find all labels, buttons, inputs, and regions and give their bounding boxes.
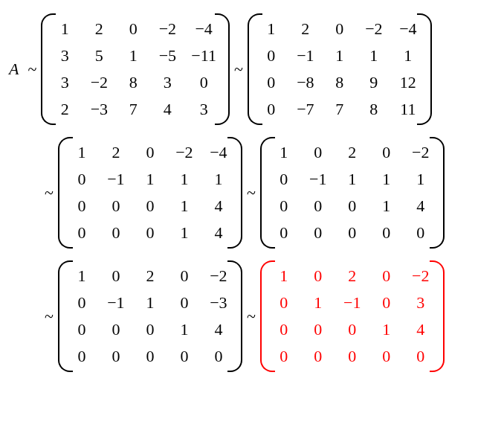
cell-r3-c1: 0	[308, 348, 329, 365]
cell-r1-c0: 0	[71, 171, 92, 188]
matrix-M1: 120−2−4351−5−113−28302−3743	[41, 13, 230, 125]
cell-r2-c4: 4	[208, 198, 229, 214]
equation-line-0: A~120−2−4351−5−113−28302−3743~120−2−40−1…	[9, 13, 495, 125]
left-paren	[260, 137, 268, 249]
cell-r3-c2: 7	[123, 101, 143, 118]
cell-r0-c0: 1	[71, 268, 92, 284]
cell-r1-c2: 1	[140, 171, 161, 188]
cell-r2-c0: 0	[261, 74, 282, 91]
cell-r3-c2: 0	[342, 225, 363, 241]
cell-r2-c1: −2	[88, 74, 109, 91]
cell-r2-c1: 0	[308, 321, 329, 338]
cell-r2-c2: 0	[140, 321, 161, 338]
left-paren	[260, 260, 268, 372]
cell-r3-c0: 0	[274, 225, 294, 241]
cell-r2-c0: 0	[274, 321, 294, 338]
cell-r1-c2: 1	[123, 48, 143, 64]
cell-r0-c4: −4	[191, 21, 216, 37]
tilde-operator: ~	[247, 308, 256, 324]
cell-r3-c1: −7	[295, 101, 316, 118]
cell-r2-c2: 0	[342, 198, 363, 214]
cell-r0-c3: −2	[364, 21, 384, 37]
cell-r1-c4: −11	[191, 48, 216, 64]
cell-r2-c3: 3	[157, 74, 178, 91]
cell-r3-c4: 11	[398, 101, 419, 118]
right-paren	[235, 137, 242, 249]
cell-r1-c3: 1	[376, 171, 397, 188]
cell-r1-c3: −5	[157, 48, 178, 64]
right-paren	[222, 13, 230, 125]
matrix-grid: 120−2−4351−5−113−28302−3743	[48, 13, 222, 125]
cell-r0-c1: 2	[88, 21, 109, 37]
cell-r0-c0: 1	[261, 21, 282, 37]
cell-r0-c2: 2	[140, 268, 161, 284]
cell-r3-c4: 4	[208, 225, 229, 241]
tilde-operator: ~	[247, 185, 256, 201]
cell-r2-c1: 0	[106, 321, 126, 338]
cell-r2-c3: 1	[174, 321, 195, 338]
cell-r2-c4: 12	[398, 74, 419, 91]
cell-r1-c1: −1	[106, 295, 126, 311]
right-paren	[437, 260, 445, 372]
cell-r2-c0: 3	[54, 74, 75, 91]
matrix-grid: 120−2−40−11110001400014	[65, 137, 235, 249]
cell-r0-c3: −2	[157, 21, 178, 37]
tilde-operator: ~	[234, 61, 243, 77]
left-paren	[58, 260, 65, 372]
cell-r0-c0: 1	[274, 144, 294, 161]
cell-r3-c2: 0	[140, 348, 161, 365]
cell-r0-c1: 0	[308, 268, 329, 284]
equation-block: A~120−2−4351−5−113−28302−3743~120−2−40−1…	[9, 13, 495, 372]
cell-r2-c2: 0	[342, 321, 363, 338]
matrix-M6: 1020−201−1030001400000	[260, 260, 445, 372]
cell-r1-c4: −3	[208, 295, 229, 311]
cell-r1-c2: 1	[329, 48, 350, 64]
matrix-M2: 120−2−40−11110−889120−77811	[248, 13, 432, 125]
cell-r2-c0: 0	[71, 321, 92, 338]
cell-r0-c4: −2	[410, 268, 431, 284]
cell-r1-c1: 5	[88, 48, 109, 64]
cell-r2-c4: 0	[191, 74, 216, 91]
cell-r0-c1: 0	[308, 144, 329, 161]
cell-r3-c4: 0	[208, 348, 229, 365]
cell-r0-c4: −2	[208, 268, 229, 284]
cell-r3-c0: 0	[261, 101, 282, 118]
cell-r2-c2: 0	[140, 198, 161, 214]
cell-r2-c4: 4	[208, 321, 229, 338]
tilde-operator: ~	[28, 61, 36, 77]
cell-r1-c4: 1	[410, 171, 431, 188]
cell-r3-c4: 0	[410, 225, 431, 241]
cell-r3-c0: 2	[54, 101, 75, 118]
cell-r3-c1: −3	[88, 101, 109, 118]
cell-r3-c1: 0	[106, 225, 126, 241]
matrix-grid: 1020−201−1030001400000	[268, 260, 437, 372]
cell-r2-c3: 1	[376, 321, 397, 338]
matrix-grid: 1020−20−11110001400000	[268, 137, 437, 249]
tilde-operator: ~	[45, 308, 54, 324]
cell-r1-c2: 1	[342, 171, 363, 188]
cell-r1-c0: 0	[71, 295, 92, 311]
cell-r3-c4: 3	[191, 101, 216, 118]
cell-r2-c1: 0	[308, 198, 329, 214]
cell-r1-c4: 1	[208, 171, 229, 188]
cell-r0-c0: 1	[54, 21, 75, 37]
cell-r3-c0: 0	[274, 348, 294, 365]
cell-r3-c2: 0	[140, 225, 161, 241]
cell-r1-c2: 1	[140, 295, 161, 311]
cell-r0-c3: 0	[174, 268, 195, 284]
cell-r0-c3: 0	[376, 268, 397, 284]
cell-r1-c3: 1	[364, 48, 384, 64]
right-paren	[235, 260, 242, 372]
cell-r3-c3: 1	[174, 225, 195, 241]
cell-r0-c0: 1	[71, 144, 92, 161]
cell-r0-c4: −4	[208, 144, 229, 161]
cell-r1-c1: −1	[308, 171, 329, 188]
cell-r3-c4: 0	[410, 348, 431, 365]
cell-r1-c4: 3	[410, 295, 431, 311]
matrix-grid: 120−2−40−11110−889120−77811	[255, 13, 424, 125]
cell-r3-c0: 0	[71, 348, 92, 365]
cell-r0-c2: 0	[140, 144, 161, 161]
cell-r2-c1: −8	[295, 74, 316, 91]
cell-r1-c0: 3	[54, 48, 75, 64]
right-paren	[424, 13, 432, 125]
